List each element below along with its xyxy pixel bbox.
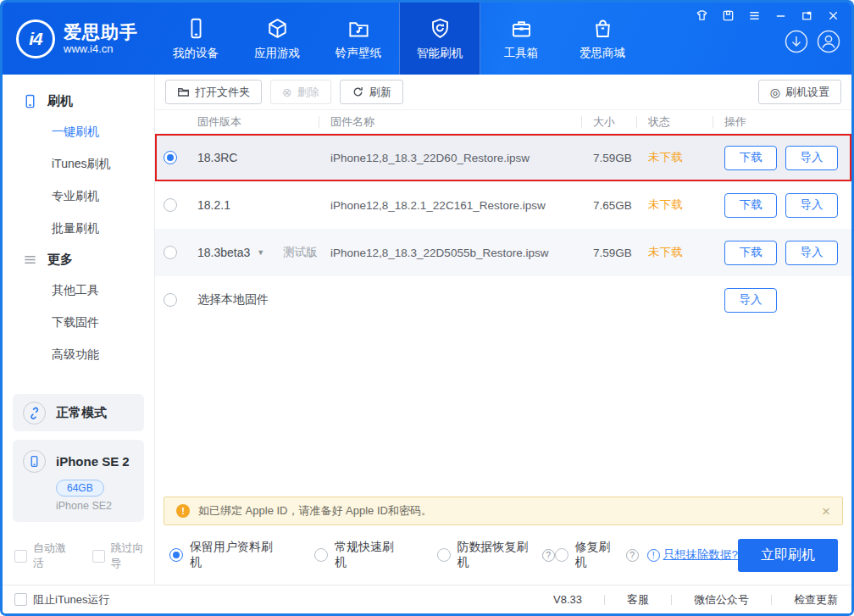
erase-data-link[interactable]: 只想抹除数据?	[663, 547, 739, 563]
local-firmware-label: 选择本地固件	[197, 292, 269, 308]
device-icon	[185, 17, 208, 40]
radio-selected[interactable]	[169, 548, 183, 562]
firmware-row-local[interactable]: 选择本地固件 导入	[155, 276, 851, 324]
nav-smart-flash[interactable]: 智能刷机	[399, 3, 480, 75]
firmware-toolbar: 打开文件夹 ⊗ 删除 刷新 ◎ 刷机设置	[155, 75, 851, 110]
skip-setup-checkbox[interactable]: 跳过向导	[92, 541, 155, 571]
sidebar-item-pro-flash[interactable]: 专业刷机	[3, 180, 154, 213]
download-button[interactable]: 下载	[724, 241, 777, 265]
phone-icon	[23, 94, 37, 108]
import-button[interactable]: 导入	[724, 288, 777, 313]
firmware-status: 未下载	[648, 245, 724, 260]
logo-badge: i4	[16, 19, 55, 58]
import-button[interactable]: 导入	[785, 146, 838, 170]
nav-label: 智能刷机	[417, 46, 463, 61]
radio-unselected[interactable]	[314, 548, 328, 562]
sidebar-checkboxes: 自动激活 跳过向导	[14, 541, 154, 571]
sidebar-group-more[interactable]: 更多	[3, 245, 154, 275]
notice-close-icon[interactable]: ×	[822, 504, 830, 519]
notice-text: 如已绑定 Apple ID，请准备好 Apple ID和密码。	[198, 503, 432, 519]
button-label: 删除	[297, 85, 319, 100]
sidebar-group-flash[interactable]: 刷机	[3, 86, 154, 116]
divider	[604, 595, 605, 605]
nav-label: 爱思商城	[580, 46, 625, 61]
radio-unselected[interactable]	[555, 548, 568, 562]
sidebar-item-one-click-flash[interactable]: 一键刷机	[3, 116, 154, 148]
minimize-icon[interactable]	[774, 9, 787, 22]
radio-unselected[interactable]	[164, 246, 177, 259]
music-folder-icon	[347, 17, 370, 40]
download-button[interactable]: 下载	[724, 146, 777, 170]
nav-store[interactable]: 爱思商城	[562, 3, 643, 75]
feedback-icon[interactable]	[722, 9, 735, 22]
sidebar-item-other-tools[interactable]: 其他工具	[3, 275, 154, 307]
close-icon[interactable]	[827, 9, 840, 22]
theme-skin-icon[interactable]	[696, 9, 708, 22]
window-controls	[696, 9, 843, 22]
firmware-row-18-3rc[interactable]: 18.3RC iPhone12,8_18.3_22D60_Restore.ips…	[155, 134, 851, 181]
nav-my-device[interactable]: 我的设备	[155, 3, 236, 75]
brand-site: www.i4.cn	[64, 42, 138, 55]
customer-service-link[interactable]: 客服	[627, 592, 649, 608]
open-folder-button[interactable]: 打开文件夹	[165, 80, 262, 104]
mode-label: 正常模式	[56, 405, 107, 421]
radio-unselected[interactable]	[164, 198, 177, 212]
alert-icon: !	[647, 549, 660, 562]
device-name: iPhone SE 2	[56, 454, 130, 469]
import-button[interactable]: 导入	[785, 241, 838, 265]
download-button[interactable]: 下载	[724, 193, 777, 218]
option-normal-flash[interactable]: 常规快速刷机	[314, 540, 402, 570]
check-update-link[interactable]: 检查更新	[794, 592, 838, 608]
checkbox-label: 自动激活	[33, 541, 77, 571]
option-label: 修复刷机	[575, 540, 619, 570]
option-repair-flash[interactable]: 修复刷机	[555, 540, 619, 570]
import-button[interactable]: 导入	[785, 193, 838, 218]
shopping-bag-icon	[591, 17, 614, 40]
refresh-button[interactable]: 刷新	[340, 80, 403, 104]
flash-now-button[interactable]: 立即刷机	[738, 539, 838, 572]
firmware-row-18-2-1[interactable]: 18.2.1 iPhone12,8_18.2.1_22C161_Restore.…	[155, 181, 851, 229]
header-quick-actions	[784, 29, 843, 54]
refresh-icon	[352, 86, 364, 98]
download-manager-icon[interactable]	[784, 29, 809, 54]
sidebar-item-download-firmware[interactable]: 下载固件	[3, 307, 154, 339]
top-nav: 我的设备 应用游戏 铃声壁纸 智能刷机 工具箱 爱思商城	[155, 3, 643, 75]
button-label: 刷机设置	[785, 85, 829, 100]
sidebar-item-batch-flash[interactable]: 批量刷机	[3, 213, 154, 245]
wechat-official-link[interactable]: 微信公众号	[694, 592, 749, 608]
auto-activate-checkbox[interactable]: 自动激活	[14, 541, 77, 571]
button-label: 打开文件夹	[195, 85, 250, 100]
nav-apps-games[interactable]: 应用游戏	[236, 3, 318, 75]
device-mode-card[interactable]: 正常模式	[13, 394, 144, 431]
radio-selected[interactable]	[164, 151, 177, 164]
firmware-row-18-3beta3[interactable]: 18.3beta3 ▼ 测试版 iPhone12,8_18.3_22D5055b…	[155, 229, 851, 276]
maximize-icon[interactable]	[801, 9, 813, 22]
flash-options-bar: 保留用户资料刷机 常规快速刷机 防数据恢复刷机 ? 修复刷机	[155, 525, 851, 585]
sidebar: 刷机 一键刷机 iTunes刷机 专业刷机 批量刷机 更多 其他工具 下载固件 …	[3, 75, 155, 585]
option-keep-user-data[interactable]: 保留用户资料刷机	[169, 540, 279, 570]
sidebar-item-advanced[interactable]: 高级功能	[3, 339, 154, 371]
nav-toolbox[interactable]: 工具箱	[480, 3, 562, 75]
firmware-table-header: 固件版本 固件名称 大小 状态 操作	[155, 110, 851, 134]
block-itunes-checkbox[interactable]: 阻止iTunes运行	[14, 592, 155, 608]
divider	[771, 595, 772, 605]
nav-ringtones-wallpapers[interactable]: 铃声壁纸	[318, 3, 399, 75]
version-dropdown-icon[interactable]: ▼	[257, 248, 264, 257]
firmware-version: 18.2.1	[197, 198, 230, 212]
flash-settings-button[interactable]: ◎ 刷机设置	[758, 80, 841, 104]
sidebar-item-itunes-flash[interactable]: iTunes刷机	[3, 148, 154, 180]
firmware-version: 18.3beta3	[197, 246, 250, 259]
radio-unselected[interactable]	[164, 293, 177, 307]
option-anti-recovery-flash[interactable]: 防数据恢复刷机	[437, 540, 535, 570]
radio-unselected[interactable]	[437, 548, 451, 562]
app-window: i4 爱思助手 www.i4.cn 我的设备 应用游戏 铃声壁纸 智能刷机	[0, 0, 854, 616]
help-icon[interactable]: ?	[626, 549, 639, 562]
app-logo[interactable]: i4 爱思助手 www.i4.cn	[3, 3, 155, 75]
delete-button[interactable]: ⊗ 删除	[270, 80, 331, 104]
user-account-icon[interactable]	[816, 29, 841, 54]
group-title: 刷机	[47, 93, 73, 109]
help-icon[interactable]: ?	[542, 549, 555, 562]
beta-tag: 测试版	[283, 245, 318, 260]
cube-icon	[266, 17, 289, 40]
menu-icon[interactable]	[748, 9, 761, 22]
